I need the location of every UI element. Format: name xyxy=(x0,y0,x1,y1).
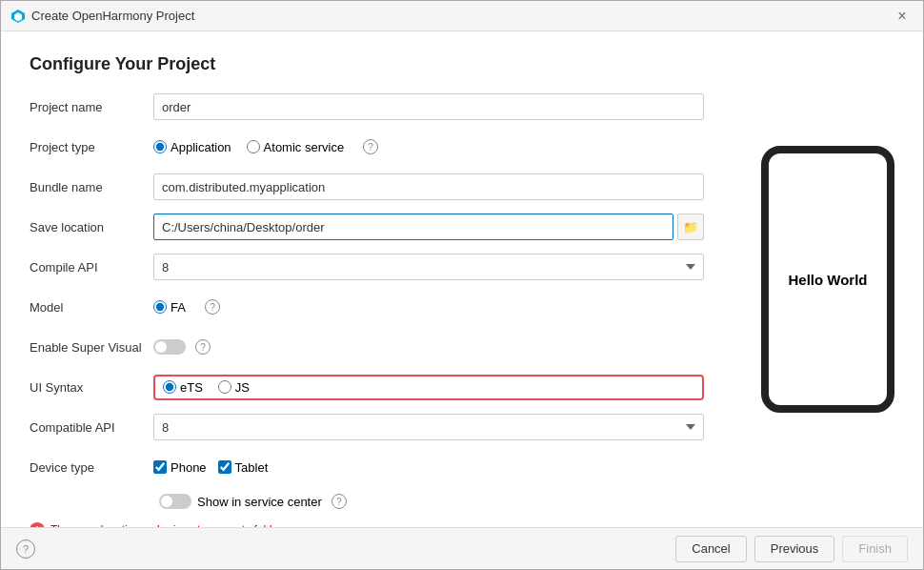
folder-icon: 📁 xyxy=(683,220,698,234)
save-location-input[interactable] xyxy=(153,214,673,240)
compile-api-select[interactable]: 8 xyxy=(153,254,704,280)
bundle-name-input[interactable] xyxy=(153,173,704,200)
bundle-name-row: Bundle name xyxy=(30,173,704,200)
footer-buttons: Cancel Previous Finish xyxy=(675,536,908,562)
show-service-row: Show in service center ? xyxy=(30,494,704,509)
app-icon xyxy=(10,9,26,24)
project-name-input[interactable] xyxy=(153,93,704,120)
footer: ? Cancel Previous Finish xyxy=(1,527,923,569)
ui-syntax-options: eTS JS xyxy=(153,375,704,400)
device-type-label: Device type xyxy=(30,460,153,475)
project-type-label: Project type xyxy=(30,140,153,154)
compatible-api-label: Compatible API xyxy=(30,420,153,435)
project-name-control xyxy=(153,93,704,120)
finish-button[interactable]: Finish xyxy=(842,536,908,562)
compatible-api-select[interactable]: 8 xyxy=(153,414,704,440)
checkbox-phone[interactable]: Phone xyxy=(153,460,207,475)
title-bar: Create OpenHarmony Project × xyxy=(1,1,923,31)
show-service-help-icon[interactable]: ? xyxy=(331,494,347,509)
ui-syntax-row: UI Syntax eTS JS xyxy=(30,374,704,400)
project-type-help-icon[interactable]: ? xyxy=(363,139,378,154)
save-location-row: Save location 📁 xyxy=(30,214,704,240)
ui-syntax-control: eTS JS xyxy=(153,375,704,400)
radio-atomic-service[interactable]: Atomic service xyxy=(247,140,345,154)
radio-ets-input[interactable] xyxy=(163,380,176,394)
previous-button[interactable]: Previous xyxy=(754,536,835,562)
checkbox-tablet-label: Tablet xyxy=(235,460,269,475)
radio-fa[interactable]: FA xyxy=(153,300,186,315)
page-title: Configure Your Project xyxy=(30,54,704,74)
preview-panel: Hello World xyxy=(733,31,923,527)
compile-api-label: Compile API xyxy=(30,260,153,275)
super-visual-control: ? xyxy=(153,339,704,355)
model-label: Model xyxy=(30,300,153,315)
help-footer-icon[interactable]: ? xyxy=(16,539,35,559)
radio-fa-label: FA xyxy=(171,300,186,315)
ui-syntax-label: UI Syntax xyxy=(30,380,153,395)
save-location-label: Save location xyxy=(30,220,153,234)
device-type-row: Device type Phone Tablet xyxy=(30,454,704,480)
phone-preview: Hello World xyxy=(761,146,894,413)
browse-folder-button[interactable]: 📁 xyxy=(677,214,704,240)
radio-fa-input[interactable] xyxy=(153,300,167,314)
compatible-api-control: 8 xyxy=(153,414,704,440)
radio-js-label: JS xyxy=(235,380,250,395)
checkbox-phone-label: Phone xyxy=(171,460,207,475)
content-area: Configure Your Project Project name Proj… xyxy=(1,31,923,527)
radio-ets-label: eTS xyxy=(180,380,203,395)
super-visual-label: Enable Super Visual xyxy=(30,340,153,355)
compatible-api-row: Compatible API 8 xyxy=(30,414,704,440)
title-bar-left: Create OpenHarmony Project xyxy=(10,9,194,24)
radio-js-input[interactable] xyxy=(218,380,231,394)
project-name-row: Project name xyxy=(30,93,704,120)
project-name-label: Project name xyxy=(30,100,153,114)
radio-js[interactable]: JS xyxy=(218,380,250,395)
show-service-label: Show in service center xyxy=(197,495,322,509)
device-type-control: Phone Tablet xyxy=(153,460,704,475)
super-visual-help-icon[interactable]: ? xyxy=(195,339,211,355)
compile-api-row: Compile API 8 xyxy=(30,254,704,280)
project-type-control: Application Atomic service ? xyxy=(153,139,704,154)
show-service-toggle[interactable] xyxy=(159,494,191,509)
form-panel: Configure Your Project Project name Proj… xyxy=(1,31,733,527)
save-location-control: 📁 xyxy=(153,214,704,240)
checkbox-tablet-input[interactable] xyxy=(218,460,231,474)
radio-application[interactable]: Application xyxy=(153,140,231,154)
create-project-dialog: Create OpenHarmony Project × Configure Y… xyxy=(0,0,924,570)
radio-ets[interactable]: eTS xyxy=(163,380,203,395)
checkbox-tablet[interactable]: Tablet xyxy=(218,460,269,475)
bundle-name-control xyxy=(153,173,704,200)
radio-atomic-service-label: Atomic service xyxy=(264,140,345,154)
radio-application-label: Application xyxy=(171,140,231,154)
compile-api-control: 8 xyxy=(153,254,704,280)
hello-world-text: Hello World xyxy=(788,272,867,288)
error-row: ! The save location order is not an empt… xyxy=(30,517,704,527)
close-button[interactable]: × xyxy=(891,5,914,28)
bundle-name-label: Bundle name xyxy=(30,180,153,194)
super-visual-row: Enable Super Visual ? xyxy=(30,334,704,360)
super-visual-toggle[interactable] xyxy=(153,339,186,355)
checkbox-phone-input[interactable] xyxy=(153,460,167,474)
model-help-icon[interactable]: ? xyxy=(205,299,220,315)
window-title: Create OpenHarmony Project xyxy=(31,9,194,23)
cancel-button[interactable]: Cancel xyxy=(675,536,746,562)
radio-application-input[interactable] xyxy=(153,140,167,153)
model-row: Model FA ? xyxy=(30,294,704,320)
project-type-row: Project type Application Atomic service … xyxy=(30,133,704,160)
model-control: FA ? xyxy=(153,299,704,315)
radio-atomic-service-input[interactable] xyxy=(247,140,260,153)
